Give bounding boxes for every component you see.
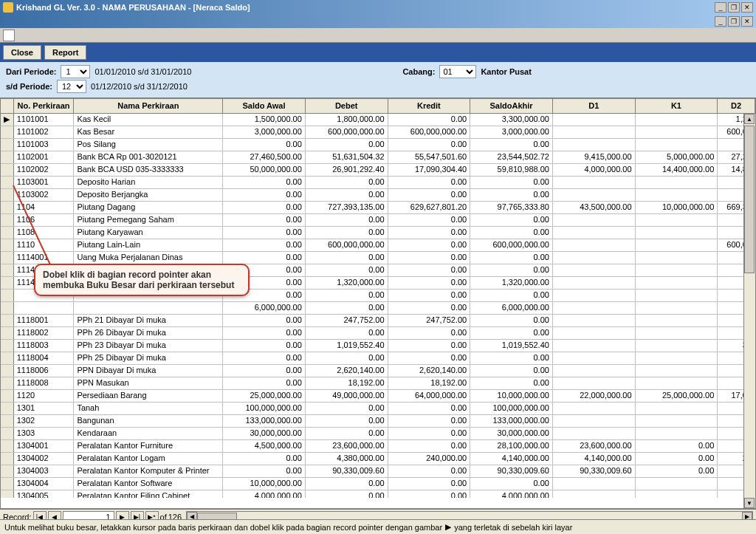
row-selector[interactable]	[1, 352, 14, 364]
table-row[interactable]: 1101002Kas Besar3,000,000.00600,000,000.…	[1, 126, 755, 139]
table-row[interactable]: 1304005Peralatan Kantor Filing Cabinet4,…	[1, 490, 755, 498]
row-selector[interactable]	[1, 290, 14, 301]
row-selector[interactable]	[1, 139, 14, 151]
row-selector[interactable]	[1, 239, 14, 251]
table-row[interactable]: 1118004PPh 25 Dibayar Di muka0.000.000.0…	[1, 352, 755, 365]
header-saldo-awal[interactable]: Saldo Awal	[223, 99, 306, 113]
toolbar	[0, 28, 756, 43]
row-selector[interactable]	[1, 403, 14, 414]
scroll-up-arrow[interactable]: ▲	[744, 114, 755, 124]
report-button[interactable]: Report	[44, 45, 86, 60]
cabang-select[interactable]: 01	[439, 65, 476, 78]
row-selector[interactable]	[1, 151, 14, 163]
row-selector[interactable]	[1, 227, 14, 239]
cell-k1: 0.00	[636, 440, 718, 452]
restore-button[interactable]: ❐	[728, 2, 740, 13]
header-kredit[interactable]: Kredit	[388, 99, 471, 113]
cell-d1: 9,415,000.00	[553, 151, 636, 163]
table-row[interactable]: 1304004Peralatan Kantor Software10,000,0…	[1, 478, 755, 490]
table-row[interactable]: 1301Tanah100,000,000.000.000.00100,000,0…	[1, 403, 755, 415]
table-row[interactable]: 1118006PPN Dibayar Di muka0.002,620,140.…	[1, 365, 755, 377]
row-selector[interactable]	[1, 365, 14, 377]
row-selector[interactable]: ▶	[1, 114, 14, 126]
table-row[interactable]: 1102001Bank BCA Rp 001-302012127,460,500…	[1, 151, 755, 164]
table-row[interactable]: ▶1101001Kas Kecil1,500,000.001,800,000.0…	[1, 114, 755, 126]
table-row[interactable]: 1103002Deposito Berjangka0.000.000.000.0…	[1, 189, 755, 202]
row-selector[interactable]	[1, 177, 14, 188]
table-row[interactable]: 1304003Peralatan Kantor Komputer & Print…	[1, 465, 755, 478]
table-row[interactable]: 1118008PPN Masukan0.0018,192.0018,192.00…	[1, 377, 755, 390]
table-row[interactable]: 1118002PPh 26 Dibayar Di muka0.000.000.0…	[1, 327, 755, 340]
row-selector[interactable]	[1, 252, 14, 264]
cell-saldo-awal: 0.00	[223, 227, 306, 239]
row-selector[interactable]	[1, 164, 14, 176]
cell-no: 1108	[14, 227, 75, 239]
cell-d1	[553, 490, 636, 498]
table-row[interactable]: 1114001Uang Muka Perjalanan Dinas0.000.0…	[1, 252, 755, 264]
row-selector[interactable]	[1, 214, 14, 226]
mdi-minimize-button[interactable]: _	[715, 16, 726, 27]
vertical-scrollbar[interactable]: ▲ ▼	[743, 114, 755, 508]
row-selector[interactable]	[1, 264, 14, 276]
row-selector[interactable]	[1, 189, 14, 201]
cell-k1: 5,000,000.00	[636, 151, 718, 163]
row-selector[interactable]	[1, 390, 14, 402]
minimize-button[interactable]: _	[715, 2, 726, 13]
table-row[interactable]: 1120Persediaan Barang25,000,000.0049,000…	[1, 390, 755, 403]
cell-saldo-akhir: 4,000,000.00	[470, 490, 553, 498]
row-selector[interactable]	[1, 428, 14, 439]
sheet-icon[interactable]	[3, 30, 15, 41]
row-selector[interactable]	[1, 465, 14, 477]
cell-d1	[553, 277, 636, 289]
table-row[interactable]: 1108Piutang Karyawan0.000.000.000.00	[1, 227, 755, 239]
close-button[interactable]: Close	[3, 45, 41, 60]
table-row[interactable]: 1118003PPh 23 Dibayar Di muka0.001,019,5…	[1, 340, 755, 352]
table-row[interactable]: 1101003Pos Silang0.000.000.000.00	[1, 139, 755, 151]
grid-body[interactable]: ▶1101001Kas Kecil1,500,000.001,800,000.0…	[1, 114, 755, 498]
row-selector[interactable]	[1, 377, 14, 389]
table-row[interactable]: 1104Piutang Dagang0.00727,393,135.00629,…	[1, 202, 755, 214]
close-button[interactable]: ✕	[741, 2, 753, 13]
row-selector[interactable]	[1, 302, 14, 314]
header-debet[interactable]: Debet	[306, 99, 388, 113]
header-selector[interactable]	[1, 99, 14, 113]
table-row[interactable]: 1303Kendaraan30,000,000.000.000.0030,000…	[1, 428, 755, 440]
row-selector[interactable]	[1, 440, 14, 452]
header-saldo-akhir[interactable]: SaldoAkhir	[470, 99, 553, 113]
table-row[interactable]: 1304002Peralatan Kantor Logam0.004,380,0…	[1, 453, 755, 465]
sd-periode-select[interactable]: 12	[57, 80, 86, 93]
scroll-thumb[interactable]	[744, 126, 755, 273]
header-d2[interactable]: D2	[718, 99, 755, 113]
row-selector[interactable]	[1, 478, 14, 490]
mdi-restore-button[interactable]: ❐	[728, 16, 740, 27]
cell-saldo-akhir: 0.00	[470, 227, 553, 239]
scroll-down-arrow[interactable]: ▼	[744, 498, 755, 508]
row-selector[interactable]	[1, 327, 14, 339]
row-selector[interactable]	[1, 202, 14, 213]
cell-no: 1304004	[14, 478, 75, 490]
dari-periode-select[interactable]: 1	[61, 65, 90, 78]
row-selector[interactable]	[1, 315, 14, 326]
table-row[interactable]: 1304001Peralatan Kantor Furniture4,500,0…	[1, 440, 755, 453]
cell-debet: 26,901,292.40	[306, 164, 388, 176]
mdi-close-button[interactable]: ✕	[741, 16, 753, 27]
table-row[interactable]: 1102002Bank BCA USD 035-333333350,000,00…	[1, 164, 755, 177]
table-row[interactable]: 1118001PPh 21 Dibayar Di muka0.00247,752…	[1, 315, 755, 327]
header-d1[interactable]: D1	[553, 99, 636, 113]
dari-periode-label: Dari Periode:	[6, 67, 56, 76]
header-k1[interactable]: K1	[636, 99, 718, 113]
table-row[interactable]: 1302Bangunan133,000,000.000.000.00133,00…	[1, 415, 755, 428]
table-row[interactable]: 1106Piutang Pemegang Saham0.000.000.000.…	[1, 214, 755, 227]
row-selector[interactable]	[1, 415, 14, 427]
row-selector[interactable]	[1, 453, 14, 465]
row-selector[interactable]	[1, 340, 14, 352]
header-no[interactable]: No. Perkiraan	[14, 99, 75, 113]
row-selector[interactable]	[1, 277, 14, 289]
row-selector[interactable]	[1, 490, 14, 498]
table-row[interactable]: 1103001Deposito Harian0.000.000.000.00	[1, 177, 755, 189]
table-row[interactable]: 1110Piutang Lain-Lain0.00600,000,000.000…	[1, 239, 755, 252]
row-selector[interactable]	[1, 126, 14, 138]
table-row[interactable]: 6,000,000.000.000.006,000,000.00	[1, 302, 755, 315]
header-nama[interactable]: Nama Perkiraan	[74, 99, 223, 113]
cell-k1	[636, 277, 718, 289]
